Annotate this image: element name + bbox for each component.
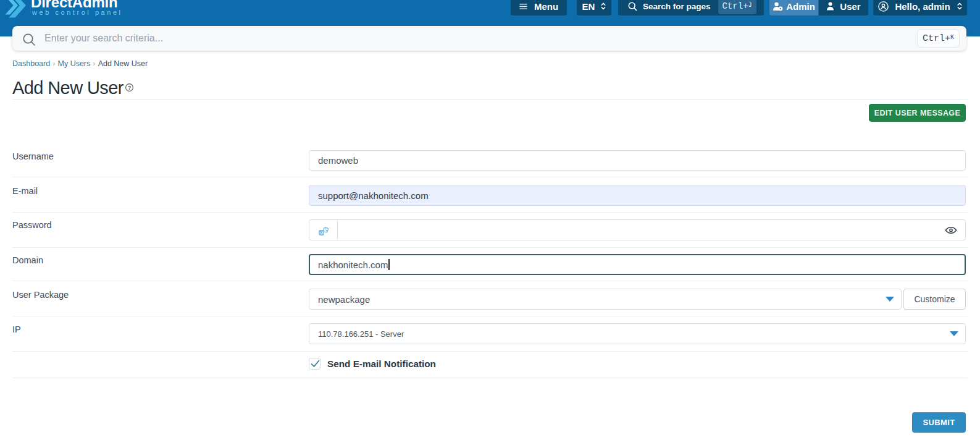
svg-text:?: ? [128,85,132,91]
